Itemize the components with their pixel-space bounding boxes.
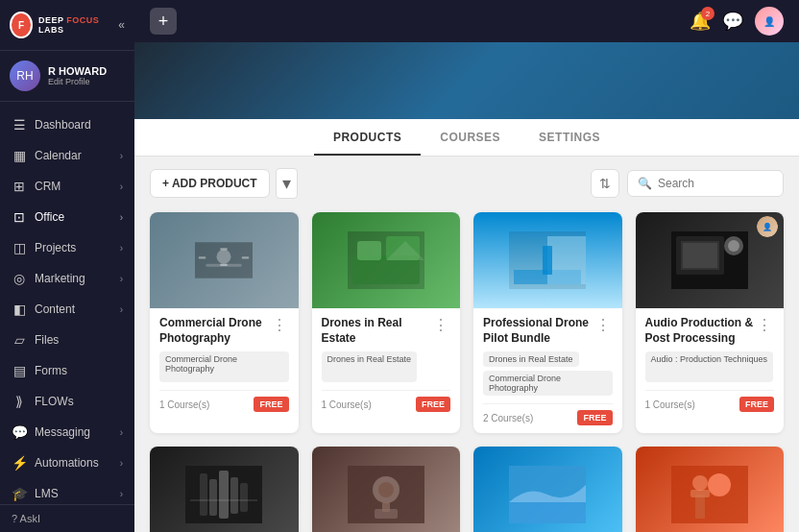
avatar: RH — [10, 60, 40, 91]
projects-icon: ◫ — [12, 240, 27, 255]
sidebar-item-projects[interactable]: ◫ Projects › — [0, 232, 134, 263]
user-section: RH R HOWARD Edit Profile — [0, 51, 134, 102]
sidebar-item-flows[interactable]: ⟫ FLOWs — [0, 386, 134, 417]
card-tags: Drones in Real Estate Commercial Drone P… — [483, 351, 613, 396]
tab-products[interactable]: PRODUCTS — [314, 119, 421, 156]
chevron-right-icon: › — [120, 151, 123, 161]
product-grid: Commercial Drone Photography ⋮ Commercia… — [150, 212, 784, 532]
edit-profile-link[interactable]: Edit Profile — [48, 77, 107, 86]
free-badge: FREE — [416, 397, 450, 412]
svg-rect-4 — [242, 256, 250, 258]
card-image — [150, 212, 299, 308]
card-menu-button[interactable]: ⋮ — [431, 316, 450, 334]
topbar-left: + — [150, 8, 177, 35]
sidebar-item-calendar[interactable]: ▦ Calendar › — [0, 140, 134, 171]
courses-count: 2 Course(s) — [483, 413, 533, 423]
sidebar-item-label: Files — [35, 333, 59, 347]
card-menu-button[interactable]: ⋮ — [593, 316, 613, 334]
product-card: Drones in Real Estate ⋮ Drones in Real E… — [312, 212, 461, 433]
product-card: Professional Drone Pilot Bundle ⋮ Drones… — [473, 212, 622, 433]
sidebar-item-marketing[interactable]: ◎ Marketing › — [0, 263, 134, 294]
svg-rect-3 — [199, 256, 206, 258]
sidebar-nav: ☰ Dashboard ▦ Calendar › ⊞ CRM › ⊡ Offic… — [0, 102, 134, 504]
ask-button[interactable]: ? AskI — [12, 513, 123, 524]
card-image: 👤 — [636, 212, 785, 308]
sidebar-item-crm[interactable]: ⊞ CRM › — [0, 171, 134, 202]
card-image — [150, 447, 299, 532]
sidebar-item-office[interactable]: ⊡ Office › — [0, 202, 134, 232]
chat-icon[interactable]: 💬 — [722, 11, 743, 32]
card-tag: Drones in Real Estate — [483, 351, 579, 367]
svg-rect-18 — [683, 243, 717, 268]
card-title: Commercial Drone Photography — [159, 316, 270, 346]
search-input[interactable] — [658, 177, 773, 190]
card-menu-button[interactable]: ⋮ — [755, 316, 774, 334]
card-header: Professional Drone Pilot Bundle ⋮ — [483, 316, 613, 346]
logo-letter: F — [18, 20, 24, 31]
card-title: Drones in Real Estate — [322, 316, 432, 346]
card-tags: Commercial Drone Photography — [159, 351, 289, 382]
add-product-button[interactable]: + ADD PRODUCT — [150, 169, 270, 198]
dropdown-arrow[interactable]: ▾ — [276, 168, 298, 199]
search-icon: 🔍 — [638, 177, 652, 190]
logo-icon: F — [10, 12, 33, 38]
sidebar-item-label: LMS — [35, 487, 59, 500]
automations-icon: ⚡ — [12, 455, 27, 471]
notification-badge: 2 — [701, 7, 714, 20]
svg-rect-39 — [690, 490, 710, 497]
product-card: Commercial Drone Photography ⋮ Commercia… — [150, 212, 299, 433]
sidebar-item-lms[interactable]: 🎓 LMS › — [0, 478, 134, 504]
tab-courses[interactable]: COURSES — [421, 119, 520, 156]
svg-rect-35 — [509, 466, 586, 502]
profile-avatar[interactable]: 👤 — [755, 7, 784, 36]
card-menu-button[interactable]: ⋮ — [270, 316, 289, 334]
content-wrapper: PRODUCTS COURSES SETTINGS + ADD PRODUCT … — [134, 42, 799, 532]
product-card: Landscape Photography: Basics ⋮ Landscap… — [473, 447, 622, 532]
notification-bell[interactable]: 🔔 2 — [690, 11, 711, 32]
dashboard-icon: ☰ — [12, 117, 27, 133]
card-image — [473, 212, 622, 308]
sidebar-item-content[interactable]: ◧ Content › — [0, 294, 134, 325]
tab-settings[interactable]: SETTINGS — [520, 119, 619, 156]
card-tag: Commercial Drone Photography — [483, 371, 613, 396]
chevron-right-icon: › — [120, 274, 123, 284]
svg-rect-34 — [509, 502, 586, 523]
card-header: Drones in Real Estate ⋮ — [322, 316, 451, 346]
sidebar-item-label: Automations — [35, 456, 99, 470]
free-badge: FREE — [739, 397, 774, 412]
svg-point-37 — [708, 473, 731, 496]
card-tag: Drones in Real Estate — [322, 351, 418, 382]
free-badge: FREE — [254, 397, 288, 412]
toolbar-right: ⇅ 🔍 — [591, 169, 784, 198]
sidebar-item-forms[interactable]: ▤ Forms — [0, 355, 134, 386]
card-footer: 1 Course(s) FREE — [159, 390, 289, 412]
sidebar-item-label: Projects — [35, 241, 76, 254]
tabs-bar: PRODUCTS COURSES SETTINGS — [134, 119, 799, 157]
card-tag: Commercial Drone Photography — [159, 351, 289, 382]
sidebar-item-messaging[interactable]: 💬 Messaging › — [0, 417, 134, 447]
card-footer: 1 Course(s) FREE — [645, 390, 775, 412]
sidebar-item-label: FLOWs — [35, 395, 74, 408]
sidebar-collapse-button[interactable]: « — [118, 18, 125, 32]
chevron-right-icon: › — [120, 489, 123, 499]
sort-button[interactable]: ⇅ — [591, 169, 619, 198]
svg-point-20 — [728, 240, 739, 252]
product-card: Cinematography Bundle ⋮ Cinematography B… — [150, 447, 299, 532]
sidebar-item-files[interactable]: ▱ Files — [0, 325, 134, 355]
user-info: R HOWARD Edit Profile — [48, 65, 107, 86]
card-image — [473, 447, 622, 532]
office-icon: ⊡ — [12, 209, 27, 225]
sidebar-item-automations[interactable]: ⚡ Automations › — [0, 447, 134, 478]
card-tags: Drones in Real Estate — [322, 351, 451, 382]
brand-name: DEEP FOCUS LABS — [38, 15, 112, 35]
flows-icon: ⟫ — [12, 394, 27, 409]
add-button[interactable]: + — [150, 8, 177, 35]
chevron-right-icon: › — [120, 212, 123, 223]
svg-rect-5 — [221, 248, 229, 250]
sidebar-item-label: Calendar — [35, 149, 82, 162]
chevron-right-icon: › — [120, 458, 123, 469]
card-title: Professional Drone Pilot Bundle — [483, 316, 593, 346]
courses-count: 1 Course(s) — [645, 399, 695, 410]
sidebar-item-dashboard[interactable]: ☰ Dashboard — [0, 109, 134, 140]
svg-rect-26 — [240, 483, 248, 512]
